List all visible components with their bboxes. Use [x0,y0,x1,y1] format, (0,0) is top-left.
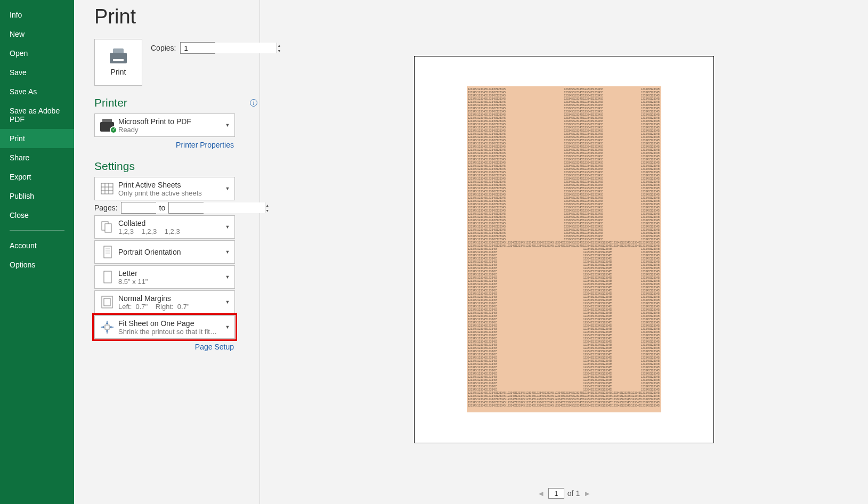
sidebar-item-print[interactable]: Print [0,129,74,148]
pages-to-stepper[interactable]: ▲▼ [168,202,204,214]
preview-pane: 1233455123345512334551233455123345512334… [260,0,868,504]
sidebar-item-close[interactable]: Close [0,206,74,225]
backstage-sidebar: InfoNewOpenSaveSave AsSave as Adobe PDFP… [0,0,74,504]
print-button[interactable]: Print [94,39,142,86]
svg-rect-13 [104,298,110,306]
fit-page-icon [100,320,115,335]
sidebar-item-open[interactable]: Open [0,44,74,63]
print-what-primary: Print Active Sheets [118,181,224,189]
printer-select[interactable]: Microsoft Print to PDF Ready ▼ [94,113,235,137]
print-options-pane: Print Print Copies: ▲▼ Printer [74,0,259,504]
printer-properties-link[interactable]: Printer Properties [94,139,235,149]
chevron-down-icon: ▼ [224,186,231,191]
sidebar-item-publish[interactable]: Publish [0,186,74,206]
pages-to-input[interactable] [169,202,265,213]
pages-to-label: to [159,204,166,212]
margins-secondary: Left: 0.7" Right: 0.7" [118,303,224,311]
chevron-down-icon: ▼ [224,123,231,128]
margins-primary: Normal Margins [118,294,224,303]
svg-rect-7 [104,246,111,258]
page-count-label: of 1 [567,489,580,498]
svg-rect-14 [105,325,109,329]
paper-size-select[interactable]: Letter 8.5" x 11" ▼ [94,265,235,289]
printer-name: Microsoft Print to PDF [118,117,224,126]
page-title: Print [94,5,259,28]
info-icon[interactable]: i [250,99,257,107]
scaling-select[interactable]: Fit Sheet on One Page Shrink the printou… [94,315,235,339]
portrait-icon [100,245,115,259]
sidebar-item-new[interactable]: New [0,25,74,44]
margins-icon [100,295,115,310]
prev-page-button[interactable]: ◀ [537,488,545,499]
collate-primary: Collated [118,219,224,227]
orientation-select[interactable]: Portrait Orientation ▼ [94,240,235,264]
chevron-down-icon: ▼ [224,274,231,280]
scaling-secondary: Shrink the printout so that it fit… [118,328,224,336]
sidebar-item-info[interactable]: Info [0,5,74,25]
next-page-button[interactable]: ▶ [583,488,591,499]
chevron-down-icon: ▼ [224,249,231,255]
printer-header: Printer [94,96,127,109]
svg-rect-6 [105,224,111,232]
sidebar-item-account[interactable]: Account [0,236,74,255]
printer-status: Ready [118,126,224,134]
sheets-icon [100,181,115,196]
scaling-primary: Fit Sheet on One Page [118,319,224,328]
settings-header: Settings [94,160,135,173]
chevron-down-icon: ▼ [224,224,231,230]
sidebar-item-options[interactable]: Options [0,255,74,274]
pages-label: Pages: [94,204,118,212]
svg-rect-11 [104,271,111,283]
current-page-input[interactable] [548,488,564,499]
sidebar-item-save-as[interactable]: Save As [0,82,74,101]
page-preview: 1233455123345512334551233455123345512334… [414,56,714,443]
paper-icon [100,270,115,284]
print-what-select[interactable]: Print Active Sheets Only print the activ… [94,177,235,200]
copies-label: Copies: [151,44,176,52]
print-button-label: Print [111,68,126,76]
page-setup-link[interactable]: Page Setup [94,340,235,351]
collate-icon [100,220,115,234]
sidebar-item-save-as-adobe-pdf[interactable]: Save as Adobe PDF [0,101,74,129]
collate-secondary: 1,2,3 1,2,3 1,2,3 [118,227,224,235]
printer-icon [109,48,128,63]
printer-status-icon [99,119,115,132]
sidebar-item-save[interactable]: Save [0,63,74,82]
svg-rect-12 [102,296,112,308]
paper-primary: Letter [118,269,224,278]
pages-from-stepper[interactable]: ▲▼ [121,202,156,214]
page-preview-content: 1233455123345512334551233455123345512334… [467,86,661,412]
sidebar-item-share[interactable]: Share [0,148,74,167]
sidebar-divider [10,230,64,231]
sidebar-item-export[interactable]: Export [0,167,74,186]
collate-select[interactable]: Collated 1,2,3 1,2,3 1,2,3 ▼ [94,215,235,239]
copies-stepper[interactable]: ▲▼ [180,42,215,54]
svg-rect-0 [101,183,113,194]
paper-secondary: 8.5" x 11" [118,278,224,286]
chevron-down-icon: ▼ [224,324,231,330]
chevron-down-icon: ▼ [224,299,231,305]
orientation-primary: Portrait Orientation [118,248,224,256]
print-what-secondary: Only print the active sheets [118,189,224,197]
margins-select[interactable]: Normal Margins Left: 0.7" Right: 0.7" ▼ [94,290,235,314]
